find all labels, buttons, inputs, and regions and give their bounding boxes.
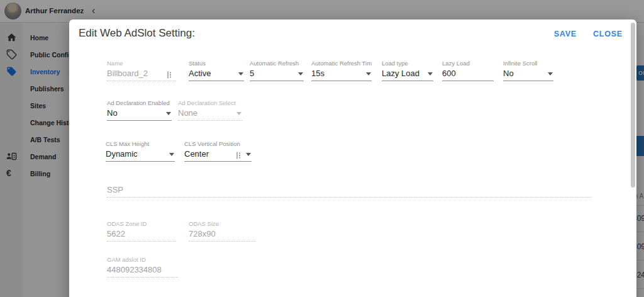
dropdown-caret-icon — [236, 112, 242, 115]
dropdown-caret-icon — [246, 153, 251, 156]
dropdown-caret-icon — [548, 72, 553, 76]
cls-max-height-select[interactable]: CLS Max Height Dynamic — [106, 140, 175, 162]
infinite-scroll-select[interactable]: Infinite Scroll No — [503, 60, 553, 81]
lazy-load-input[interactable]: Lazy Load 600 — [442, 60, 494, 81]
load-type-select[interactable]: Load type Lazy Load — [382, 60, 433, 81]
ad-declaration-enabled-select[interactable]: Ad Declaration Enabled No — [107, 99, 172, 121]
ssp-input: SSP — [107, 185, 591, 198]
name-input: Name Billboard_2 — [107, 60, 176, 81]
ad-declaration-select: Ad Declaration Select None — [178, 99, 242, 121]
dropdown-caret-icon — [238, 72, 243, 76]
field-label: Name — [107, 60, 176, 67]
field-label: ODAS Zone ID — [107, 220, 176, 228]
close-button[interactable]: CLOSE — [593, 30, 623, 38]
text-cursor-icon — [166, 70, 172, 77]
field-label: Lazy Load — [442, 60, 494, 67]
gam-adslot-id-input: GAM adslot ID 448092334808 — [107, 256, 178, 277]
field-label: Automatic Refresh — [250, 60, 304, 67]
text-cursor-icon — [235, 150, 242, 158]
dropdown-caret-icon — [169, 153, 174, 156]
automatic-refresh-select[interactable]: Automatic Refresh 5 — [250, 60, 304, 81]
field-label: Status — [189, 60, 244, 67]
dropdown-caret-icon — [298, 72, 303, 76]
field-value: 15s — [311, 69, 372, 81]
edit-adslot-modal: Edit Web AdSlot Setting: SAVE CLOSE Name… — [69, 20, 636, 297]
field-value: Dynamic — [106, 149, 175, 162]
odas-zone-id-input: ODAS Zone ID 5622 — [107, 220, 176, 242]
field-label: GAM adslot ID — [107, 256, 178, 264]
field-label: Infinite Scroll — [503, 60, 553, 67]
field-label: Load type — [382, 60, 433, 67]
field-value: 600 — [442, 69, 494, 81]
field-value: Lazy Load — [382, 69, 433, 81]
field-placeholder: SSP — [107, 185, 591, 198]
field-value: Active — [189, 69, 244, 81]
status-select[interactable]: Status Active — [189, 60, 244, 81]
field-label: ODAS Size — [189, 220, 256, 228]
modal-title: Edit Web AdSlot Setting: — [79, 27, 195, 40]
dropdown-caret-icon — [428, 72, 433, 76]
cls-vertical-position-select[interactable]: CLS Vertical Position Center — [184, 140, 252, 162]
field-value: No — [503, 69, 553, 81]
field-value: 5 — [250, 69, 304, 81]
automatic-refresh-time-select[interactable]: Automatic Refresh Time... 15s — [311, 60, 372, 81]
field-label: Ad Declaration Enabled — [107, 99, 172, 107]
field-label: Automatic Refresh Time... — [311, 60, 372, 67]
modal-scrollbar-thumb[interactable] — [631, 23, 635, 188]
dropdown-caret-icon — [166, 112, 171, 115]
field-value: No — [107, 108, 172, 121]
odas-size-input: ODAS Size 728x90 — [189, 220, 256, 242]
field-label: Ad Declaration Select — [178, 99, 242, 107]
field-value: 728x90 — [189, 229, 256, 242]
save-button[interactable]: SAVE — [554, 30, 577, 38]
field-value: None — [178, 108, 242, 121]
field-value: 5622 — [107, 229, 176, 242]
field-value: 448092334808 — [107, 265, 178, 277]
field-label: CLS Vertical Position — [184, 140, 252, 148]
dropdown-caret-icon — [366, 72, 371, 76]
field-label: CLS Max Height — [106, 140, 175, 148]
